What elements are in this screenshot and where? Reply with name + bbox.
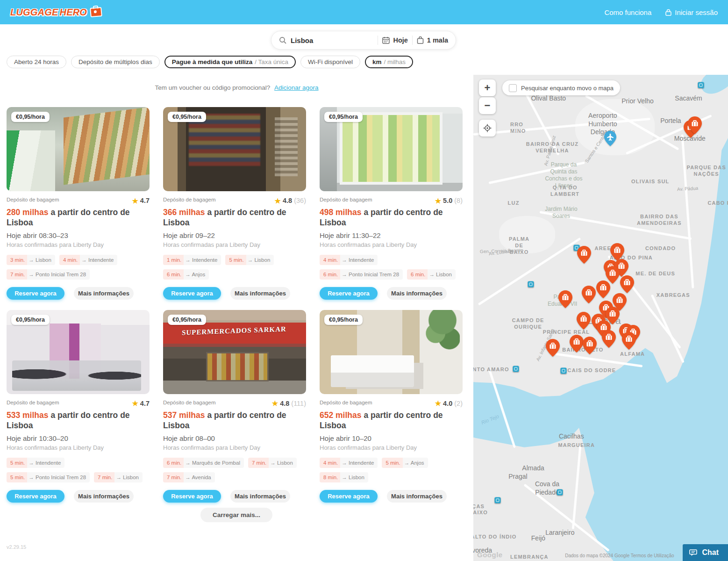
search-bar[interactable]: Lisboa Hoje 1 mala xyxy=(271,31,456,50)
nav-login[interactable]: Iniciar sessão xyxy=(665,8,718,16)
transit-destination: → Intendente xyxy=(80,255,117,265)
transit-chip: 1 min.→ Intendente xyxy=(163,255,221,265)
rating-count: (8) xyxy=(454,197,463,204)
more-info-button[interactable]: Mais informações xyxy=(387,287,447,300)
listing-photo[interactable]: €0,95/hora xyxy=(320,107,463,191)
listing-title[interactable]: 537 milhas a partir do centro de Lisboa xyxy=(163,410,300,431)
app-version: v2.29.15 xyxy=(7,544,26,550)
filter-chip[interactable]: Pague à medida que utiliza/ Taxa única xyxy=(164,56,296,68)
star-icon: ★ xyxy=(132,400,138,407)
bag-count-label: 1 mala xyxy=(427,36,448,44)
map-label: Av. Pádua xyxy=(677,186,699,193)
listing-title[interactable]: 652 milhas a partir do centro de Lisboa xyxy=(320,410,456,431)
filter-chip[interactable]: Wi-Fi disponível xyxy=(300,56,360,68)
listing-photo[interactable]: €0,95/hora xyxy=(7,310,150,394)
listing-title[interactable]: 366 milhas a partir do centro de Lisboa xyxy=(163,207,300,228)
reserve-button[interactable]: Reserve agora xyxy=(163,490,221,503)
listing-photo[interactable]: €0,95/hora xyxy=(320,310,463,394)
transit-chip: 4 min.→ Intendente xyxy=(320,255,378,265)
listing-title[interactable]: 280 milhas a partir do centro de Lisboa xyxy=(7,207,143,228)
results-panel: Tem um voucher ou código promocional? Ad… xyxy=(0,71,473,561)
storage-location-pin[interactable] xyxy=(570,335,584,352)
voucher-add-link[interactable]: Adicionar agora xyxy=(274,84,319,91)
rating-value: 5.0 xyxy=(443,197,452,204)
reserve-button[interactable]: Reserve agora xyxy=(7,287,64,300)
map-locate-button[interactable] xyxy=(479,120,496,137)
more-info-button[interactable]: Mais informações xyxy=(387,490,447,503)
rating-value: 4.8 xyxy=(280,400,289,407)
more-info-button[interactable]: Mais informações xyxy=(74,287,134,300)
map-zoom-in-button[interactable]: + xyxy=(479,79,496,96)
map-label: CABO RUIVO xyxy=(707,200,728,207)
more-info-button[interactable]: Mais informações xyxy=(230,287,290,300)
storage-location-pin[interactable] xyxy=(688,116,702,134)
filter-chip[interactable]: Aberto 24 horas xyxy=(7,56,66,68)
top-header: LUGGAGE HERO Como funciona Iniciar sessã… xyxy=(0,0,728,24)
nav-how-it-works[interactable]: Como funciona xyxy=(604,8,651,16)
filter-chip[interactable]: km/ milhas xyxy=(365,56,413,68)
price-badge: €0,95/hora xyxy=(324,315,363,325)
search-while-moving-toggle[interactable]: Pesquisar enquanto movo o mapa xyxy=(502,80,620,95)
storage-location-pin[interactable] xyxy=(620,275,634,293)
listing-category-row: Depósito de bagagem★4.7 xyxy=(7,400,150,407)
listing-hours-confirmed: Horas confirmadas para Liberty Day xyxy=(7,241,150,248)
luggagehero-logo[interactable]: LUGGAGE HERO xyxy=(10,7,102,18)
listing-rating: ★4.7 xyxy=(132,400,150,407)
listing-title[interactable]: 498 milhas a partir do centro de Lisboa xyxy=(320,207,456,228)
storage-location-pin[interactable] xyxy=(610,243,624,261)
rating-count: (111) xyxy=(291,400,306,407)
map-label: ALFAMA xyxy=(620,351,645,358)
chat-button[interactable]: Chat xyxy=(683,544,728,561)
listing-distance: 652 milhas xyxy=(320,410,364,420)
search-input[interactable]: Lisboa xyxy=(291,36,373,44)
suitcase-logo-icon xyxy=(90,7,102,17)
reserve-button[interactable]: Reserve agora xyxy=(320,490,378,503)
storage-location-pin[interactable] xyxy=(582,286,596,303)
nav-login-label: Iniciar sessão xyxy=(675,8,718,16)
load-more-button[interactable]: Carregar mais... xyxy=(200,508,272,522)
map-label: Q.TA DO LAMBERT xyxy=(548,185,582,198)
reserve-button[interactable]: Reserve agora xyxy=(163,287,221,300)
storage-location-pin[interactable] xyxy=(596,280,610,298)
transit-chip: 5 min.→ Ponto Inicial Trem 28 xyxy=(7,472,90,482)
listing-title[interactable]: 533 milhas a partir do centro de Lisboa xyxy=(7,410,143,431)
map[interactable]: + − Pesquisar enquanto movo o mapa Googl… xyxy=(473,75,728,561)
filter-chip[interactable]: Depósito de múltiplos dias xyxy=(71,56,160,68)
bag-count-selector[interactable]: 1 mala xyxy=(417,36,448,44)
listing-distance: 366 milhas xyxy=(163,208,207,217)
transit-minutes: 7 min. xyxy=(94,472,114,482)
listing-actions: Reserve agoraMais informações xyxy=(7,287,150,300)
map-label: BAIRRO DAS AMENDOEIRAS xyxy=(632,214,686,227)
reserve-button[interactable]: Reserve agora xyxy=(320,287,378,300)
map-zoom-out-button[interactable]: − xyxy=(479,97,496,114)
listing-hours: Hoje abrir 09–22 xyxy=(163,231,306,239)
date-selector[interactable]: Hoje xyxy=(382,36,407,44)
storage-location-pin[interactable] xyxy=(546,339,560,357)
listing-category: Depósito de bagagem xyxy=(163,197,216,202)
listing-hours-confirmed: Horas confirmadas para Liberty Day xyxy=(7,444,150,451)
rating-value: 4.7 xyxy=(140,197,150,204)
storage-location-pin[interactable] xyxy=(622,332,636,350)
listing-photo[interactable]: €0,95/hora xyxy=(7,107,150,191)
storage-location-pin[interactable] xyxy=(583,337,597,354)
price-badge: €0,95/hora xyxy=(11,112,50,122)
more-info-button[interactable]: Mais informações xyxy=(74,490,134,503)
storage-location-pin[interactable] xyxy=(577,246,591,264)
storage-location-pin[interactable] xyxy=(602,330,616,348)
listing-photo[interactable]: €0,95/horaSUPERMERCADOS SARKAR xyxy=(163,310,306,394)
transit-chip: 7 min.→ Lisbon xyxy=(248,458,297,468)
storage-location-pin[interactable] xyxy=(558,290,572,308)
storage-location-pin[interactable] xyxy=(577,312,591,330)
map-road xyxy=(650,294,684,363)
bag-icon xyxy=(417,36,424,44)
transit-minutes: 7 min. xyxy=(163,472,184,482)
listing-category-row: Depósito de bagagem★4.8(36) xyxy=(163,197,306,204)
reserve-button[interactable]: Reserve agora xyxy=(7,490,64,503)
listing-meta: Depósito de bagagem★4.7280 milhas a part… xyxy=(7,191,150,300)
rating-value: 4.8 xyxy=(283,197,292,204)
listing-photo[interactable]: €0,95/hora xyxy=(163,107,306,191)
transit-chip: 5 min.→ Lisbon xyxy=(225,255,274,265)
more-info-button[interactable]: Mais informações xyxy=(230,490,290,503)
checkbox[interactable] xyxy=(509,84,517,92)
transit-chip-list: 3 min.→ Lisbon4 min.→ Intendente7 min.→ … xyxy=(7,255,148,280)
